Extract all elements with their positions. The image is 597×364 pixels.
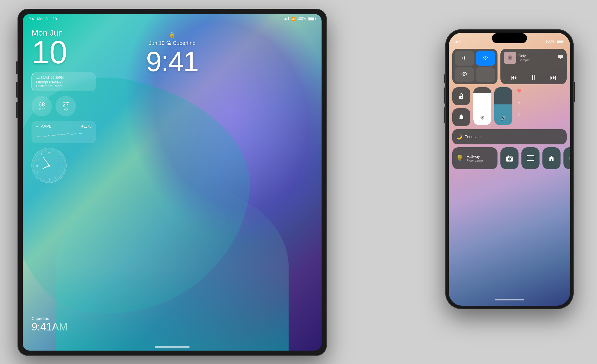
svg-text:3: 3 [61, 164, 62, 167]
cc-now-playing-tile[interactable]: Only Sampha ⏮ [500, 49, 567, 84]
cc-hallway-text: Hallway Floor Lamp [467, 154, 483, 162]
iphone-wallpaper: 100% ✈ [449, 33, 570, 306]
ipad-calendar-event: Design Review [36, 80, 92, 84]
cc-focus-moon-icon: 🌙 [456, 134, 462, 140]
cc-row-1: ✈ [452, 49, 567, 84]
cc-screen-mirror-button[interactable] [521, 147, 540, 169]
cc-hallway-lamp-button[interactable]: 💡 Hallway Floor Lamp [452, 147, 498, 169]
control-center: ✈ [452, 49, 567, 169]
ipad-aqi-label: AQI [63, 108, 68, 111]
cc-heart-button[interactable] [515, 87, 523, 95]
cc-volume-icon: 🔊 [500, 116, 506, 121]
svg-point-19 [509, 57, 511, 59]
ipad-temperature: 68 [39, 101, 45, 108]
svg-text:2: 2 [61, 158, 62, 161]
ipad-center-time: 9:41 [146, 48, 198, 76]
ipad-calendar-time: 11:30AM–12:30PM [36, 76, 92, 79]
ipad-home-bar[interactable] [155, 346, 190, 348]
cc-airdrop-button[interactable] [455, 67, 474, 82]
cc-airplay-icon[interactable] [558, 55, 563, 61]
iphone-device: 100% ✈ [445, 29, 574, 309]
ipad-clock-face: 12 3 6 9 1 2 4 5 7 8 10 [32, 148, 66, 183]
signal-bar-1 [284, 19, 284, 20]
signal-bar-4 [288, 17, 289, 20]
iphone-volume-down[interactable] [444, 107, 445, 123]
ipad-stocks-symbol: AAPL [41, 124, 51, 129]
ipad-cupertino-city: Cupertino [32, 316, 68, 321]
cc-np-artist: Sampha [519, 58, 556, 62]
cc-airplane-button[interactable]: ✈ [455, 51, 474, 66]
iphone-home-bar[interactable] [495, 299, 524, 300]
svg-point-25 [509, 158, 511, 160]
ipad-volume-down-button[interactable] [16, 102, 18, 118]
ipad-aqi-value: 27 [62, 101, 69, 108]
ipad-power-button[interactable] [16, 61, 18, 74]
ipad-weather-widget: 68 52 75 27 AQI [32, 96, 96, 116]
iphone-mute-switch[interactable] [444, 74, 445, 83]
ipad-stocks-arrow-icon: ▲ [36, 125, 39, 128]
signal-bar-3 [287, 18, 287, 20]
cc-volume-fill [494, 104, 512, 125]
cc-np-header: Only Sampha [504, 52, 563, 64]
svg-text:4: 4 [60, 171, 62, 173]
ipad-volume-up-button[interactable] [16, 82, 18, 98]
svg-point-16 [463, 74, 465, 76]
ipad-calendar-location: Conference Room [36, 84, 92, 88]
cc-connectivity-tile[interactable]: ✈ [452, 49, 498, 84]
cc-lock-bell-group [452, 87, 470, 126]
svg-line-14 [43, 157, 49, 166]
ipad-wifi-icon: 📶 [291, 17, 295, 21]
iphone-battery-indicator [556, 40, 564, 43]
cc-wifi-button[interactable] [476, 51, 495, 66]
ipad-status-right: 📶 100% [284, 17, 316, 21]
svg-text:8: 8 [37, 171, 39, 173]
cc-camera-button[interactable] [500, 147, 519, 169]
svg-text:12: 12 [48, 151, 51, 154]
svg-rect-26 [508, 155, 509, 157]
svg-line-13 [43, 166, 49, 169]
svg-point-22 [518, 102, 520, 104]
ipad-cupertino-widget: Cupertino 9:41AM [32, 316, 68, 333]
ipad-temp-range: 52 75 [39, 108, 45, 111]
cc-np-prev-button[interactable]: ⏮ [511, 74, 517, 81]
cc-bulb-icon: 💡 [456, 155, 464, 162]
signal-bar-2 [285, 18, 286, 20]
cc-row-4: 💡 Hallway Floor Lamp [452, 147, 567, 169]
iphone-volume-up[interactable] [444, 88, 445, 104]
ipad-battery-indicator [308, 17, 316, 20]
ipad-clock-svg: 12 3 6 9 1 2 4 5 7 8 10 [32, 148, 67, 183]
cc-brightness-slider[interactable]: ☀ [473, 87, 491, 125]
svg-text:9: 9 [36, 164, 38, 167]
cc-focus-expand-icon: › [561, 135, 563, 139]
cc-bluetooth-button[interactable] [476, 67, 495, 82]
svg-text:11: 11 [41, 153, 44, 155]
ipad-status-time: 9:41 Mon Jun 10 [29, 17, 57, 21]
svg-text:1: 1 [57, 153, 58, 156]
iphone-power-button[interactable] [574, 82, 575, 102]
ipad-stocks-widget: ▲ AAPL +1.78 [32, 121, 96, 143]
cc-silent-mode-button[interactable] [452, 108, 470, 126]
cc-np-info: Only Sampha [519, 54, 556, 62]
cc-volume-slider[interactable]: 🔊 [494, 87, 512, 125]
cc-focus-mode-button[interactable]: 🌙 Focus ⌃ › [452, 129, 567, 144]
cc-np-play-pause-button[interactable]: ⏸ [530, 74, 537, 81]
iphone-status-right: 100% [545, 39, 564, 43]
cc-dot-icon [515, 99, 523, 106]
cc-hallway-line2: Floor Lamp [467, 159, 483, 162]
ipad-aqi-circle: 27 AQI [55, 96, 76, 116]
cc-row-2: ☀ 🔊 [452, 87, 567, 126]
ipad-clock-widget: 12 3 6 9 1 2 4 5 7 8 10 [32, 148, 67, 183]
svg-rect-31 [570, 157, 570, 160]
iphone-screen: 100% ✈ [449, 33, 570, 306]
ipad-center-lock-content: 🔒 Jun 10 🌤 Cupertino 9:41 [23, 32, 322, 76]
ipad-stocks-chart [36, 130, 82, 139]
ipad-battery-pct: 100% [297, 17, 306, 21]
cc-battery-button[interactable] [563, 147, 570, 169]
cc-np-next-button[interactable]: ⏭ [550, 74, 556, 81]
cc-hallway-line1: Hallway [467, 154, 483, 159]
cc-screen-lock-button[interactable] [452, 87, 470, 105]
cc-brightness-icon: ☀ [480, 115, 485, 121]
svg-rect-30 [529, 160, 532, 161]
cc-focus-chevron-label: ⌃ [479, 135, 481, 139]
cc-home-button[interactable] [542, 147, 561, 169]
